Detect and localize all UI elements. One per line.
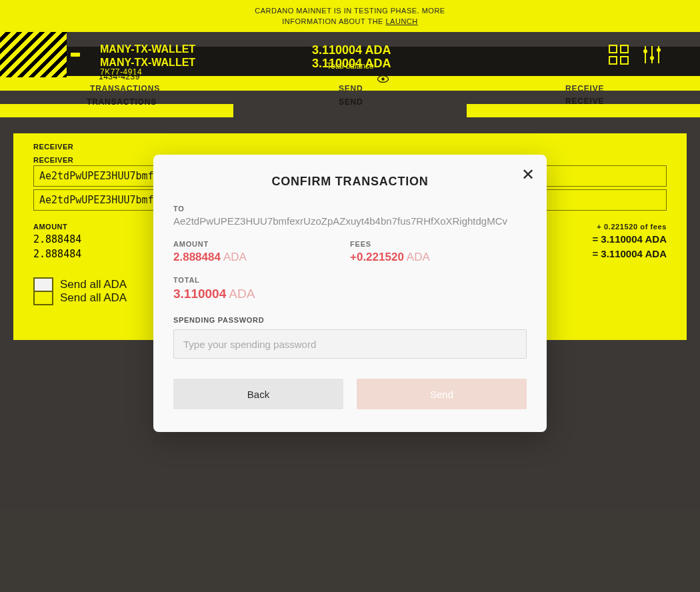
back-button[interactable]: Back	[173, 379, 343, 409]
spending-password-input[interactable]	[173, 329, 527, 359]
fees-caption: FEES	[350, 240, 527, 248]
fees-unit: ADA	[407, 251, 430, 263]
to-address: Ae2tdPwUPEZ3HUU7bmfexrUzoZpAZxuyt4b4bn7f…	[173, 215, 527, 227]
total-number: 3.110004	[173, 287, 226, 301]
total-unit: ADA	[229, 287, 255, 301]
amount-number: 2.888484	[173, 251, 221, 263]
confirm-transaction-modal: CONFIRM TRANSACTION ✕ TO Ae2tdPwUPEZ3HUU…	[153, 155, 547, 432]
modal-title: CONFIRM TRANSACTION	[173, 175, 527, 189]
total-caption: TOTAL	[173, 276, 527, 284]
fees-number: +0.221520	[350, 251, 404, 263]
amount-caption: AMOUNT	[173, 240, 350, 248]
to-label: TO	[173, 205, 527, 213]
password-label: SPENDING PASSWORD	[173, 316, 527, 324]
amount-unit: ADA	[223, 251, 247, 263]
close-icon[interactable]: ✕	[521, 167, 535, 183]
send-button[interactable]: Send	[357, 379, 527, 409]
